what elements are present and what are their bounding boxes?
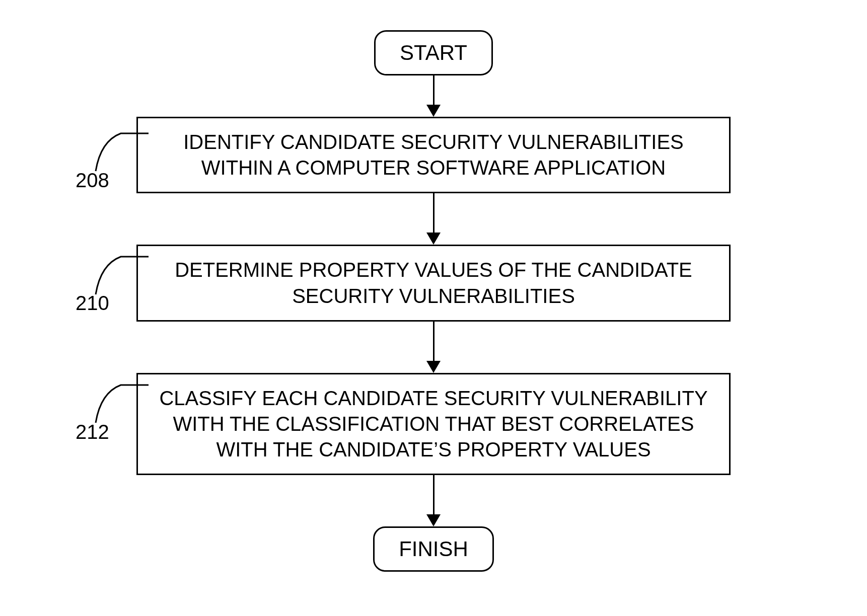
arrow-3 xyxy=(426,322,441,373)
ref-curve-208 xyxy=(91,121,151,176)
ref-label-208: 208 xyxy=(76,169,109,192)
finish-terminal: FINISH xyxy=(373,526,494,572)
ref-label-212: 212 xyxy=(76,421,109,443)
ref-label-210: 210 xyxy=(76,292,109,315)
process-step-1: IDENTIFY CANDIDATE SECURITY VULNERABILIT… xyxy=(136,117,731,193)
flowchart-container: START IDENTIFY CANDIDATE SECURITY VULNER… xyxy=(136,30,731,572)
arrow-4 xyxy=(426,475,441,526)
ref-curve-212 xyxy=(91,372,151,428)
arrow-2 xyxy=(426,193,441,245)
process-text-1: IDENTIFY CANDIDATE SECURITY VULNERABILIT… xyxy=(183,131,684,179)
process-text-3: CLASSIFY EACH CANDIDATE SECURITY VULNERA… xyxy=(159,387,707,460)
arrow-1 xyxy=(426,75,441,117)
process-text-2: DETERMINE PROPERTY VALUES OF THE CANDIDA… xyxy=(175,259,692,306)
ref-curve-210 xyxy=(91,244,151,299)
process-step-2: DETERMINE PROPERTY VALUES OF THE CANDIDA… xyxy=(136,245,731,321)
start-label: START xyxy=(400,41,467,64)
process-step-3: CLASSIFY EACH CANDIDATE SECURITY VULNERA… xyxy=(136,373,731,476)
finish-label: FINISH xyxy=(399,537,468,561)
start-terminal: START xyxy=(374,30,493,75)
